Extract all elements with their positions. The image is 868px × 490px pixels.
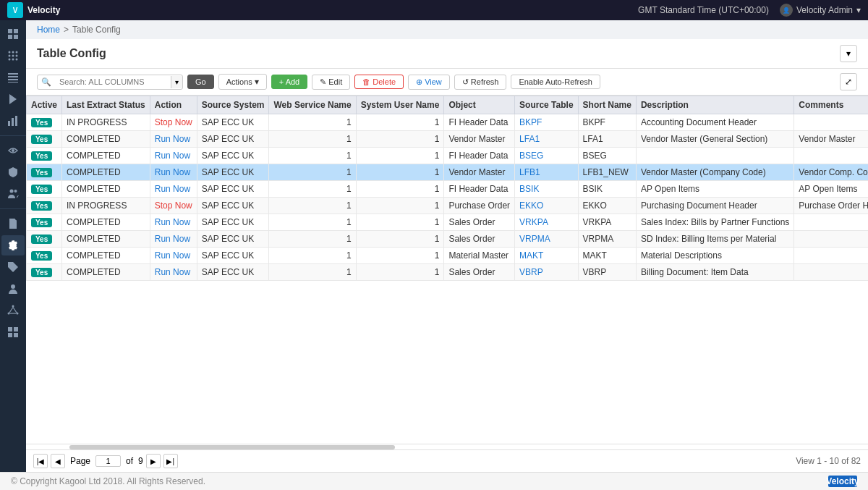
scrollbar-thumb[interactable]	[69, 445, 395, 449]
cell-short-name: VBRP	[578, 264, 636, 281]
cell-description: Billing Document: Item Data	[636, 264, 793, 281]
cell-source-table[interactable]: LFA1	[515, 131, 578, 148]
cell-last-extract-status: IN PROGRESS	[62, 198, 150, 214]
go-button[interactable]: Go	[187, 75, 214, 89]
cell-source-table[interactable]: BSIK	[515, 181, 578, 198]
cell-comments: Vendor Comp. Code Data	[794, 164, 868, 181]
table-row[interactable]: Yes COMPLETED Run Now SAP ECC UK 1 1 FI …	[27, 148, 869, 164]
delete-button[interactable]: 🗑 Delete	[354, 75, 404, 89]
prev-page-button[interactable]: ◀	[51, 454, 65, 468]
cell-object: Vendor Master	[444, 131, 515, 148]
cell-active: Yes	[27, 181, 62, 198]
svg-point-6	[16, 51, 18, 54]
cell-source-table[interactable]: MAKT	[515, 248, 578, 264]
cell-source-table[interactable]: BKPF	[515, 114, 578, 131]
table-row[interactable]: Yes COMPLETED Run Now SAP ECC UK 1 1 Sal…	[27, 214, 869, 231]
svg-line-30	[13, 308, 17, 313]
table-row[interactable]: Yes COMPLETED Run Now SAP ECC UK 1 1 Ven…	[27, 164, 869, 181]
cell-action[interactable]: Stop Now	[150, 198, 197, 214]
table-row[interactable]: Yes COMPLETED Run Now SAP ECC UK 1 1 FI …	[27, 181, 869, 198]
cell-source-table[interactable]: VRKPA	[515, 214, 578, 231]
table-container: Active Last Extract Status Action Source…	[26, 96, 868, 444]
sidebar-item-play[interactable]	[1, 89, 25, 109]
table-row[interactable]: Yes IN PROGRESS Stop Now SAP ECC UK 1 1 …	[27, 198, 869, 214]
actions-button[interactable]: Actions ▾	[218, 74, 267, 90]
cell-source-table[interactable]: LFB1	[515, 164, 578, 181]
add-button[interactable]: + Add	[271, 75, 307, 89]
cell-source-system: SAP ECC UK	[197, 181, 269, 198]
sidebar-item-tag[interactable]	[1, 257, 25, 277]
cell-short-name: BKPF	[578, 114, 636, 131]
next-page-button[interactable]: ▶	[146, 454, 161, 468]
sidebar-item-grid2[interactable]	[1, 322, 25, 342]
table-row[interactable]: Yes COMPLETED Run Now SAP ECC UK 1 1 Mat…	[27, 248, 869, 264]
sidebar-item-doc[interactable]	[1, 214, 25, 234]
top-nav: V Velocity GMT Standard Time (UTC+00:00)…	[0, 0, 868, 20]
svg-rect-32	[8, 327, 12, 331]
cell-comments	[794, 114, 868, 131]
cell-last-extract-status: COMPLETED	[62, 231, 150, 248]
collapse-button[interactable]: ▾	[840, 45, 857, 62]
cell-action[interactable]: Run Now	[150, 264, 197, 281]
cell-source-system: SAP ECC UK	[197, 164, 269, 181]
table-row[interactable]: Yes COMPLETED Run Now SAP ECC UK 1 1 Ven…	[27, 131, 869, 148]
cell-description	[636, 148, 793, 164]
svg-point-21	[12, 149, 14, 152]
sidebar-item-grid[interactable]	[1, 24, 25, 44]
cell-comments	[794, 264, 868, 281]
svg-rect-19	[12, 118, 14, 126]
sidebar-item-shield[interactable]	[1, 162, 25, 182]
sidebar-item-people[interactable]	[1, 184, 25, 204]
cell-short-name: LFA1	[578, 131, 636, 148]
cell-source-table[interactable]: BSEG	[515, 148, 578, 164]
svg-point-12	[16, 59, 18, 61]
horizontal-scrollbar[interactable]	[26, 444, 868, 449]
cell-web-service-name: 1	[269, 114, 356, 131]
last-page-button[interactable]: ▶|	[163, 454, 178, 468]
cell-source-table[interactable]: EKKO	[515, 198, 578, 214]
sidebar	[0, 20, 26, 472]
table-row[interactable]: Yes COMPLETED Run Now SAP ECC UK 1 1 Sal…	[27, 264, 869, 281]
cell-web-service-name: 1	[269, 248, 356, 264]
search-input[interactable]	[55, 75, 171, 88]
search-dropdown-button[interactable]: ▾	[171, 76, 182, 88]
refresh-button[interactable]: ↺ Refresh	[454, 75, 507, 90]
cell-description: Material Descriptions	[636, 248, 793, 264]
page-number-input[interactable]	[95, 455, 121, 467]
sidebar-item-settings[interactable]	[1, 235, 25, 255]
sidebar-item-connect[interactable]	[1, 140, 25, 161]
sidebar-item-table[interactable]	[1, 67, 25, 88]
breadcrumb-home[interactable]: Home	[37, 25, 60, 35]
svg-rect-34	[8, 333, 12, 337]
table-row[interactable]: Yes COMPLETED Run Now SAP ECC UK 1 1 Sal…	[27, 231, 869, 248]
cell-action[interactable]: Run Now	[150, 148, 197, 164]
table-row[interactable]: Yes IN PROGRESS Stop Now SAP ECC UK 1 1 …	[27, 114, 869, 131]
cell-object: Material Master	[444, 248, 515, 264]
cell-last-extract-status: COMPLETED	[62, 164, 150, 181]
cell-active: Yes	[27, 131, 62, 148]
user-info[interactable]: 👤 Velocity Admin ▾	[780, 4, 861, 17]
cell-action[interactable]: Run Now	[150, 131, 197, 148]
sidebar-item-network[interactable]	[1, 300, 25, 321]
cell-action[interactable]: Run Now	[150, 214, 197, 231]
cell-action[interactable]: Run Now	[150, 164, 197, 181]
cell-source-system: SAP ECC UK	[197, 114, 269, 131]
expand-button[interactable]: ⤢	[840, 73, 857, 90]
cell-source-table[interactable]: VRPMA	[515, 231, 578, 248]
cell-web-service-name: 1	[269, 264, 356, 281]
svg-point-9	[16, 55, 18, 57]
cell-action[interactable]: Run Now	[150, 231, 197, 248]
edit-button[interactable]: ✎ Edit	[312, 75, 350, 90]
actions-dropdown-icon: ▾	[255, 77, 259, 87]
cell-action[interactable]: Run Now	[150, 181, 197, 198]
auto-refresh-button[interactable]: Enable Auto-Refresh	[511, 75, 600, 89]
sidebar-item-chart[interactable]	[1, 111, 25, 131]
view-button[interactable]: ⊕ View	[408, 75, 450, 90]
cell-action[interactable]: Run Now	[150, 248, 197, 264]
cell-source-table[interactable]: VBRP	[515, 264, 578, 281]
sidebar-item-user[interactable]	[1, 279, 25, 299]
sidebar-item-apps[interactable]	[1, 46, 25, 66]
cell-action[interactable]: Stop Now	[150, 114, 197, 131]
svg-point-10	[9, 59, 11, 61]
first-page-button[interactable]: |◀	[33, 454, 48, 468]
